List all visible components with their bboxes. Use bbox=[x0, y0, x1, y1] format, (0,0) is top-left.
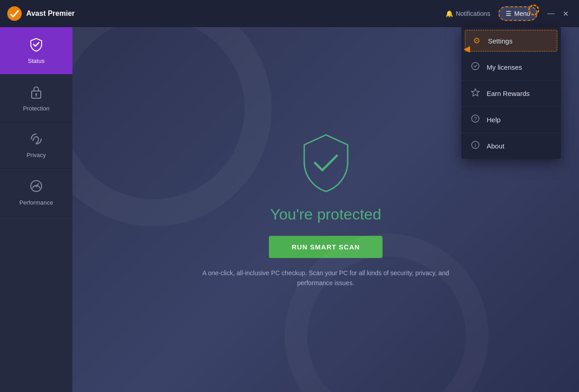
svg-point-0 bbox=[7, 6, 22, 21]
sidebar-item-status-label: Status bbox=[28, 57, 45, 64]
sidebar-item-performance[interactable]: Performance bbox=[0, 169, 72, 216]
avast-logo-icon bbox=[7, 6, 22, 21]
sidebar-item-status[interactable]: Status bbox=[0, 27, 72, 75]
gauge-icon bbox=[29, 179, 43, 196]
fingerprint-icon bbox=[29, 132, 43, 148]
menu-label: Menu bbox=[514, 10, 530, 17]
menu-item-settings-label: Settings bbox=[488, 37, 512, 45]
sidebar-item-protection-label: Protection bbox=[23, 105, 50, 112]
menu-item-settings[interactable]: ⚙ Settings bbox=[465, 30, 557, 52]
svg-text:i: i bbox=[475, 142, 476, 148]
titlebar: Avast Premier 🔔 Notifications ☰ Menu — ✕ bbox=[0, 0, 579, 27]
run-smart-scan-button[interactable]: RUN SMART SCAN bbox=[269, 236, 383, 258]
notifications-label: Notifications bbox=[456, 10, 490, 17]
menu-item-about-label: About bbox=[487, 142, 504, 150]
titlebar-actions: — ✕ bbox=[545, 7, 572, 20]
menu-item-earn-rewards-label: Earn Rewards bbox=[487, 90, 530, 97]
menu-icon: ☰ bbox=[506, 10, 512, 17]
menu-item-my-licenses[interactable]: My licenses bbox=[461, 54, 561, 81]
scan-description: A one-click, all-inclusive PC checkup. S… bbox=[195, 268, 457, 288]
sidebar-item-protection[interactable]: Protection bbox=[0, 75, 72, 122]
lock-icon bbox=[30, 85, 43, 101]
protected-shield-icon bbox=[299, 131, 353, 195]
menu-item-help-label: Help bbox=[487, 116, 501, 124]
sidebar-item-privacy-label: Privacy bbox=[27, 152, 46, 158]
app-title: Avast Premier bbox=[26, 10, 75, 18]
svg-point-6 bbox=[35, 185, 37, 187]
sidebar: Status Protection bbox=[0, 27, 72, 392]
menu-item-earn-rewards[interactable]: Earn Rewards bbox=[461, 81, 561, 107]
protected-status-text: You're protected bbox=[270, 206, 381, 223]
sidebar-item-privacy[interactable]: Privacy bbox=[0, 122, 72, 169]
titlebar-left: Avast Premier bbox=[7, 6, 75, 21]
gear-icon: ⚙ bbox=[472, 36, 482, 46]
shield-check-icon bbox=[29, 37, 43, 54]
badge-icon bbox=[470, 62, 480, 73]
arrow-indicator: ◄ bbox=[461, 43, 472, 55]
svg-text:?: ? bbox=[474, 116, 477, 122]
titlebar-right: 🔔 Notifications ☰ Menu — ✕ bbox=[441, 6, 572, 21]
dropdown-menu: ⚙ Settings My licenses Earn Rewards ? He… bbox=[461, 27, 561, 159]
minimize-button[interactable]: — bbox=[545, 7, 557, 20]
info-circle-icon: i bbox=[470, 140, 480, 152]
menu-item-my-licenses-label: My licenses bbox=[487, 63, 522, 71]
question-circle-icon: ? bbox=[470, 114, 480, 125]
menu-item-about[interactable]: i About bbox=[461, 133, 561, 159]
svg-marker-8 bbox=[472, 89, 479, 96]
sidebar-item-performance-label: Performance bbox=[19, 199, 53, 206]
close-button[interactable]: ✕ bbox=[559, 7, 572, 20]
menu-item-help[interactable]: ? Help bbox=[461, 107, 561, 133]
star-icon bbox=[470, 88, 480, 99]
notifications-button[interactable]: 🔔 Notifications bbox=[441, 7, 495, 20]
shield-container bbox=[299, 131, 353, 196]
svg-point-2 bbox=[35, 93, 37, 95]
bell-icon: 🔔 bbox=[445, 10, 453, 17]
menu-button[interactable]: ☰ Menu bbox=[498, 6, 537, 21]
